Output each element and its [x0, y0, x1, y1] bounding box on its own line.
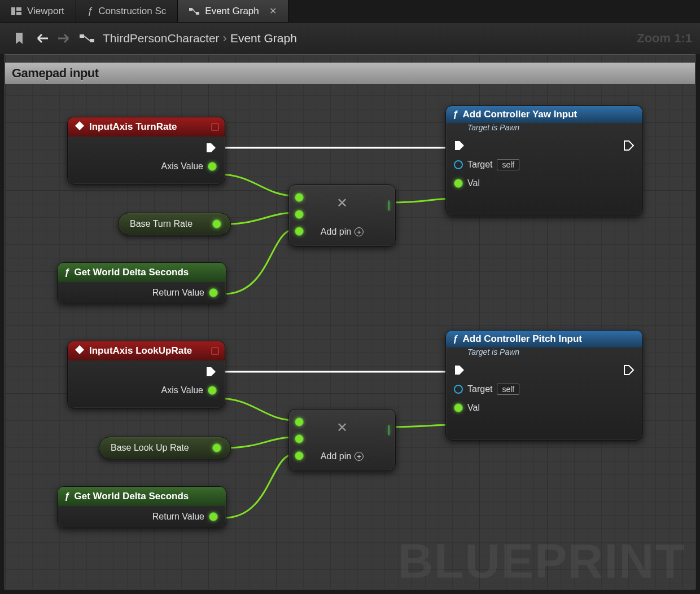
pin-dot-icon	[454, 385, 463, 394]
val-pin[interactable]: Val	[454, 403, 480, 413]
svg-rect-5	[80, 34, 84, 38]
back-button[interactable]	[30, 27, 53, 50]
comment-title[interactable]: Gamepad input	[5, 63, 695, 84]
node-base-turn-rate[interactable]: Base Turn Rate	[118, 213, 231, 235]
svg-marker-7	[75, 121, 84, 130]
node-multiply-2[interactable]: ✕ Add pin +	[288, 409, 396, 471]
node-subtitle: Target is Pawn	[446, 347, 642, 359]
axis-value-pin[interactable]: Axis Value	[161, 385, 217, 395]
plus-icon: +	[355, 452, 364, 461]
node-title: Get World Delta Seconds	[74, 267, 189, 278]
plus-icon: +	[355, 227, 364, 236]
pin-dot-icon	[454, 160, 463, 169]
pin-dot-icon	[209, 288, 218, 297]
svg-rect-3	[189, 8, 193, 11]
graph-canvas[interactable]: Gamepad input BLUEPRINT InputAxis TurnRa…	[5, 54, 695, 589]
viewport-icon	[11, 7, 21, 15]
mult-out-pin[interactable]	[388, 425, 390, 435]
breadcrumb: ThirdPersonCharacter › Event Graph	[103, 31, 297, 46]
tab-event-graph[interactable]: Event Graph ✕	[178, 0, 288, 22]
target-pin[interactable]: Target self	[454, 159, 519, 170]
pin-dot-icon[interactable]	[212, 443, 221, 452]
add-pin-button[interactable]: Add pin +	[321, 227, 364, 237]
mult-in-pin-3[interactable]	[295, 227, 304, 236]
zoom-label: Zoom 1:1	[637, 31, 692, 46]
mult-in-pin-2[interactable]	[295, 434, 304, 443]
close-icon[interactable]: ✕	[269, 6, 277, 16]
tab-viewport[interactable]: Viewport	[0, 0, 76, 22]
event-icon	[75, 121, 85, 134]
bookmark-button[interactable]	[8, 27, 30, 50]
self-value: self	[497, 159, 519, 170]
function-icon: ƒ	[453, 333, 458, 345]
multiply-icon: ✕	[336, 420, 348, 435]
pin-dot-icon	[208, 386, 217, 395]
tab-label: Construction Sc	[98, 6, 166, 17]
svg-marker-8	[75, 345, 84, 354]
node-inputaxis-lookuprate[interactable]: InputAxis LookUpRate Axis Value	[67, 341, 225, 408]
exec-out-pin[interactable]	[623, 140, 635, 151]
val-pin[interactable]: Val	[454, 178, 480, 188]
node-title: Add Controller Yaw Input	[462, 109, 577, 120]
breakpoint-toggle[interactable]	[211, 347, 219, 355]
self-value: self	[497, 384, 519, 395]
function-icon: ƒ	[88, 6, 93, 17]
exec-out-pin[interactable]	[205, 366, 217, 377]
mult-in-pin-1[interactable]	[295, 417, 304, 426]
tab-label: Viewport	[27, 6, 64, 17]
svg-rect-6	[90, 39, 94, 42]
return-value-pin[interactable]: Return Value	[152, 512, 218, 522]
node-get-world-delta-seconds-1[interactable]: ƒ Get World Delta Seconds Return Value	[57, 262, 226, 304]
node-header[interactable]: ƒ Get World Delta Seconds	[58, 263, 226, 282]
node-base-look-up-rate[interactable]: Base Look Up Rate	[99, 437, 231, 459]
pin-dot-icon[interactable]	[212, 219, 221, 228]
node-subtitle: Target is Pawn	[446, 123, 642, 134]
breadcrumb-current[interactable]: Event Graph	[230, 32, 297, 45]
node-title: InputAxis LookUpRate	[89, 345, 192, 357]
exec-in-pin[interactable]	[454, 140, 465, 151]
node-header[interactable]: ƒ Add Controller Pitch Input	[446, 331, 642, 347]
node-header[interactable]: InputAxis LookUpRate	[68, 341, 225, 360]
node-title: Get World Delta Seconds	[74, 491, 189, 502]
pin-dot-icon	[454, 179, 463, 188]
node-add-controller-yaw-input[interactable]: ƒ Add Controller Yaw Input Target is Paw…	[445, 105, 643, 216]
var-label: Base Look Up Rate	[111, 443, 189, 453]
target-pin[interactable]: Target self	[454, 384, 519, 395]
function-icon: ƒ	[453, 109, 458, 120]
node-inputaxis-turnrate[interactable]: InputAxis TurnRate Axis Value	[67, 117, 225, 184]
svg-rect-1	[16, 7, 21, 11]
chevron-right-icon: ›	[223, 31, 227, 46]
exec-out-pin[interactable]	[205, 142, 217, 153]
exec-out-pin[interactable]	[623, 364, 635, 376]
add-pin-button[interactable]: Add pin +	[321, 451, 364, 461]
mult-out-pin[interactable]	[388, 200, 390, 211]
node-get-world-delta-seconds-2[interactable]: ƒ Get World Delta Seconds Return Value	[57, 486, 226, 528]
node-header[interactable]: ƒ Get World Delta Seconds	[58, 487, 226, 506]
toolbar: ThirdPersonCharacter › Event Graph Zoom …	[0, 23, 700, 54]
mult-in-pin-2[interactable]	[295, 210, 304, 219]
node-add-controller-pitch-input[interactable]: ƒ Add Controller Pitch Input Target is P…	[445, 330, 643, 441]
watermark: BLUEPRINT	[398, 533, 686, 589]
mult-in-pin-3[interactable]	[295, 451, 304, 460]
tab-bar: Viewport ƒ Construction Sc Event Graph ✕	[0, 0, 700, 23]
function-icon: ƒ	[64, 491, 69, 502]
node-title: InputAxis TurnRate	[89, 121, 177, 133]
pin-dot-icon	[209, 512, 218, 521]
graph-icon	[189, 7, 199, 16]
tab-construction[interactable]: ƒ Construction Sc	[76, 0, 178, 22]
node-multiply-1[interactable]: ✕ Add pin +	[288, 184, 396, 247]
graph-nav-button[interactable]	[76, 27, 98, 50]
forward-button[interactable]	[53, 27, 76, 50]
mult-in-pin-1[interactable]	[295, 193, 304, 202]
return-value-pin[interactable]: Return Value	[152, 288, 218, 298]
axis-value-pin[interactable]: Axis Value	[161, 161, 217, 171]
svg-rect-2	[16, 12, 21, 15]
node-header[interactable]: InputAxis TurnRate	[68, 117, 225, 137]
multiply-icon: ✕	[336, 195, 348, 211]
breadcrumb-root[interactable]: ThirdPersonCharacter	[103, 32, 220, 45]
event-icon	[75, 345, 85, 358]
pin-dot-icon	[454, 403, 463, 412]
exec-in-pin[interactable]	[454, 364, 465, 376]
breakpoint-toggle[interactable]	[211, 123, 219, 131]
node-header[interactable]: ƒ Add Controller Yaw Input	[446, 106, 642, 123]
